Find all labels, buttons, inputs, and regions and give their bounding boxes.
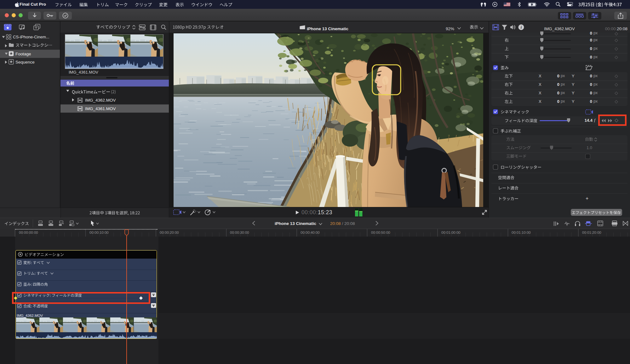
svg-text:i: i [521, 25, 522, 30]
